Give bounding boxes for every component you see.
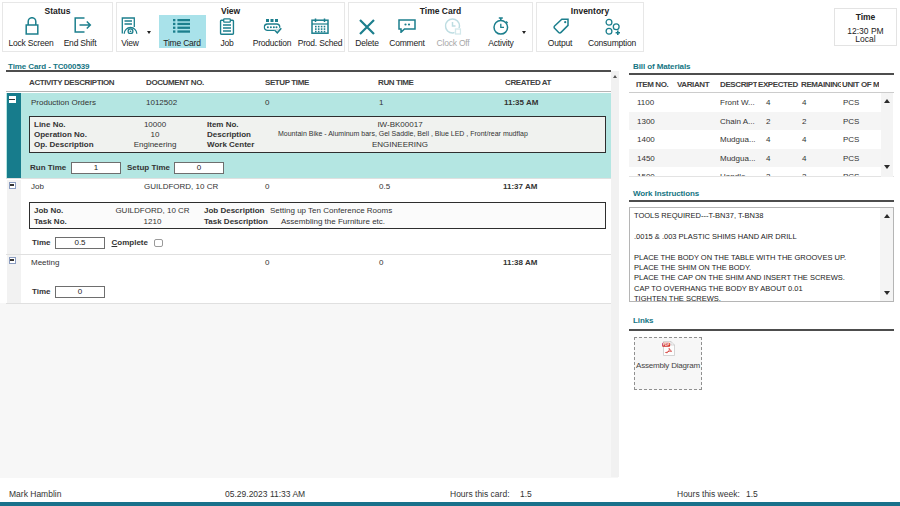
svg-text:PDF: PDF xyxy=(662,343,669,347)
